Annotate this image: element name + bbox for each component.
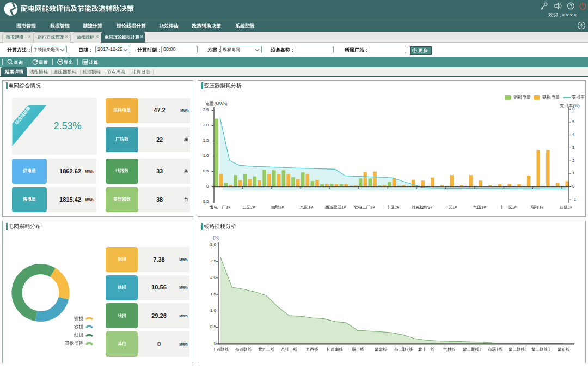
svg-text:?: ? [569,3,572,9]
